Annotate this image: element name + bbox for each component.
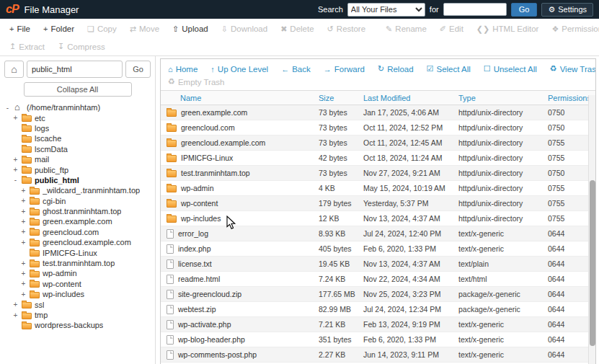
search-scope-select[interactable]: All Your Files	[347, 3, 425, 17]
nav-reload-link[interactable]: ↻Reload	[378, 64, 414, 74]
column-header-last-modified[interactable]: Last Modified	[360, 94, 456, 102]
upload-button[interactable]: ⇧Upload	[166, 22, 215, 36]
tree-item-label: greencloud.com	[43, 228, 99, 236]
settings-button[interactable]: ⚙ Settings	[541, 3, 593, 17]
tree-item[interactable]: + mail	[1, 154, 154, 164]
table-row[interactable]: test.tranminhtam.top 73 bytes Nov 27, 20…	[161, 166, 595, 181]
tree-expander[interactable]: +	[20, 197, 27, 205]
tree-item[interactable]: + cgi-bin	[1, 196, 154, 206]
table-row[interactable]: IPMICFG-Linux 42 bytes Oct 18, 2024, 11:…	[161, 151, 595, 166]
table-row[interactable]: readme.html 7.24 KB Nov 22, 2024, 4:34 A…	[161, 272, 595, 287]
file-last-modified: Oct 11, 2024, 12:52 PM	[360, 123, 456, 132]
tree-item[interactable]: + ghost.tranminhtam.top	[1, 206, 154, 216]
tree-item-label: lscache	[35, 134, 61, 143]
home-icon: ⌂	[168, 65, 173, 74]
tree-item[interactable]: wordpress-backups	[1, 320, 154, 330]
search-go-button[interactable]: Go	[511, 3, 538, 17]
cpanel-logo[interactable]: cP	[6, 3, 19, 16]
new-file-button[interactable]: +File	[3, 22, 37, 35]
table-row[interactable]: greencloud.com 73 bytes Oct 11, 2024, 12…	[161, 120, 595, 136]
column-header-type[interactable]: Type	[456, 94, 545, 102]
column-header-size[interactable]: Size	[316, 94, 360, 102]
table-row[interactable]: green.example.com 73 bytes Jan 17, 2025,…	[161, 105, 595, 120]
tree-expander[interactable]: +	[20, 290, 27, 298]
table-row[interactable]: site-greencloud.zip 177.65 MB Nov 25, 20…	[161, 287, 595, 302]
tree-expander[interactable]: +	[12, 156, 19, 164]
tree-expander[interactable]: +	[12, 311, 19, 319]
tree-item[interactable]: lscmData	[1, 144, 154, 154]
table-row[interactable]: wp-blog-header.php 351 bytes Feb 6, 2020…	[161, 332, 595, 347]
path-go-button[interactable]: Go	[125, 61, 151, 78]
home-button[interactable]: ⌂	[4, 61, 24, 78]
tree-item[interactable]: - public_html	[1, 175, 154, 185]
tree-expander[interactable]: +	[20, 218, 27, 226]
tree-item[interactable]: + wp-content	[1, 279, 154, 289]
tree-item[interactable]: + green.example.com	[1, 216, 154, 226]
tree-item[interactable]: - (/home/tranminhtam)	[1, 102, 154, 112]
nav-view-trash-link[interactable]: ♻View Trash	[550, 64, 596, 74]
scrollbar-thumb[interactable]	[590, 180, 595, 346]
permissions-button[interactable]: ❖Permissions	[545, 22, 599, 36]
tree-item[interactable]: + _wildcard_.tranminhtam.top	[1, 185, 154, 195]
nav-up-one-level-link[interactable]: ↑Up One Level	[210, 65, 268, 74]
tree-expander[interactable]: +	[20, 270, 27, 278]
tree-item[interactable]: + greencloud.example.com	[1, 237, 154, 247]
tree-expander[interactable]: +	[12, 166, 19, 174]
tree-item[interactable]: + greencloud.com	[1, 227, 154, 237]
tree-item[interactable]: lscache	[1, 133, 154, 143]
collapse-all-button[interactable]: Collapse All	[24, 82, 132, 97]
table-row[interactable]: wp-content 179 bytes Yesterday, 5:37 PM …	[161, 196, 595, 211]
table-row[interactable]: index.php 405 bytes Feb 6, 2020, 1:33 PM…	[161, 241, 595, 257]
tree-expander[interactable]: +	[20, 239, 27, 247]
tree-item[interactable]: + etc	[1, 112, 154, 123]
tree-expander[interactable]: +	[20, 228, 27, 236]
tree-expander[interactable]: +	[12, 301, 19, 308]
tree-item[interactable]: + wp-admin	[1, 268, 154, 278]
table-row[interactable]: wp-admin 4 KB May 15, 2024, 10:19 AM htt…	[161, 181, 595, 196]
nav-forward-link[interactable]: →Forward	[324, 65, 365, 74]
restore-button[interactable]: ↺Restore	[321, 22, 373, 36]
table-row[interactable]: webtest.zip 82.99 MB Jul 24, 2024, 12:34…	[161, 302, 595, 317]
table-row[interactable]: wp-includes 12 KB Nov 13, 2024, 4:37 AM …	[161, 211, 595, 226]
download-button[interactable]: ⇩Download	[215, 22, 274, 36]
column-header-name[interactable]: Name	[161, 94, 316, 102]
tree-expander[interactable]: +	[20, 259, 27, 267]
table-row[interactable]: error_log 8.93 KB Jul 24, 2024, 12:40 PM…	[161, 226, 595, 241]
search-input[interactable]	[443, 3, 507, 16]
tree-item[interactable]: + test.tranminhtam.top	[1, 258, 154, 268]
nav-select-all-link[interactable]: ☑Select All	[427, 64, 471, 74]
tree-expander[interactable]: -	[4, 104, 11, 112]
extract-button[interactable]: ↥Extract	[3, 40, 51, 53]
tree-item[interactable]: + ssl	[1, 299, 154, 309]
table-row[interactable]: wp-comments-post.php 2.27 KB Jun 14, 202…	[161, 347, 595, 363]
nav-unselect-all-link[interactable]: ☐Unselect All	[484, 64, 537, 74]
file-name: index.php	[178, 244, 211, 253]
vertical-scrollbar[interactable]	[588, 95, 595, 364]
table-row[interactable]: wp-activate.php 7.21 KB Feb 13, 2024, 9:…	[161, 317, 595, 332]
rename-button[interactable]: ✎Rename	[379, 22, 433, 36]
html-editor-button[interactable]: ❮❯HTML Editor	[470, 22, 546, 36]
compress-button[interactable]: ↧Compress	[51, 40, 112, 53]
tree-item[interactable]: + public_ftp	[1, 164, 154, 174]
table-row[interactable]: greencloud.example.com 73 bytes Oct 11, …	[161, 136, 595, 151]
delete-button[interactable]: ✖Delete	[274, 22, 320, 36]
path-input[interactable]	[27, 61, 123, 78]
edit-button[interactable]: ✐Edit	[433, 22, 470, 36]
new-folder-button[interactable]: +Folder	[37, 22, 81, 35]
tree-item[interactable]: + wp-includes	[1, 289, 154, 299]
tree-expander[interactable]: +	[20, 208, 27, 216]
tree-expander[interactable]: +	[20, 187, 27, 195]
tree-expander[interactable]: +	[20, 280, 27, 288]
tree-item[interactable]: IPMICFG-Linux	[1, 247, 154, 257]
nav-home-link[interactable]: ⌂Home	[168, 65, 198, 74]
nav-back-link[interactable]: ←Back	[281, 65, 311, 74]
tree-expander[interactable]: -	[12, 176, 19, 184]
move-button[interactable]: ⇄Move	[123, 22, 166, 36]
table-row[interactable]: license.txt 19.45 KB Nov 13, 2024, 4:37 …	[161, 257, 595, 272]
tree-item[interactable]: logs	[1, 123, 154, 133]
nav-empty-trash-link[interactable]: ♻Empty Trash	[168, 77, 224, 86]
tree-item[interactable]: + tmp	[1, 310, 154, 320]
tree-expander[interactable]: +	[12, 114, 19, 122]
copy-button[interactable]: ❏Copy	[81, 22, 123, 36]
file-name: wp-comments-post.php	[178, 350, 257, 359]
